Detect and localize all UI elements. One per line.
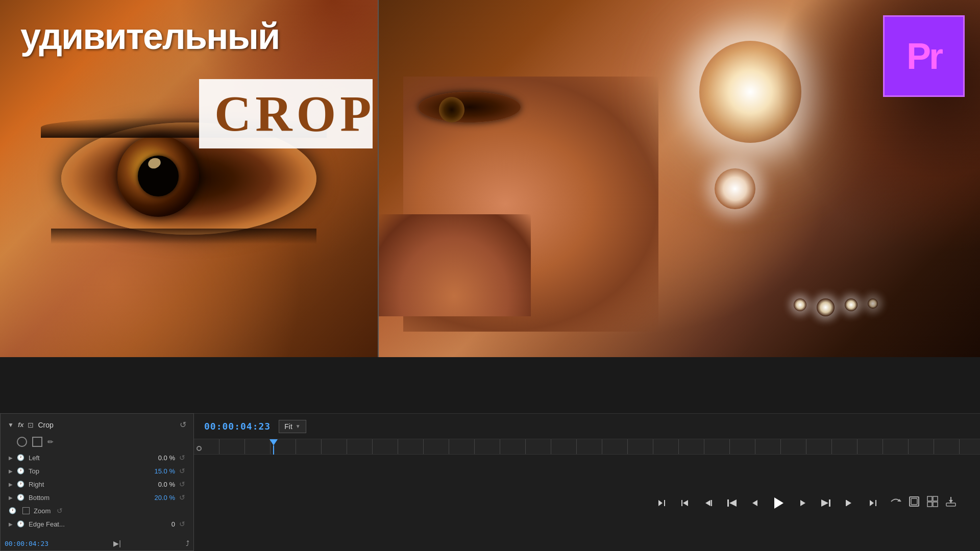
- shape-icons-row: ✏: [5, 435, 189, 449]
- step-back-button[interactable]: [701, 496, 716, 510]
- left-video-frame: удивительный CROP: [0, 0, 378, 357]
- play-button[interactable]: [772, 496, 786, 510]
- scrubber-head[interactable]: [270, 439, 278, 445]
- scrubber-track: [194, 439, 980, 454]
- frame-divider: [378, 0, 379, 357]
- top-param-label: Top: [29, 467, 142, 475]
- video-canvas: удивительный CROP: [0, 0, 980, 357]
- panel-footer: 00:00:04:23 ▶| ⤴: [5, 539, 189, 547]
- effects-panel: ▼ fx ⊡ Crop ↺ ✏ ▶ 🕐 Left 0.0 % ↺ ▶ 🕐 Top…: [0, 413, 194, 551]
- panel-title: Crop: [38, 421, 176, 429]
- top-param-value[interactable]: 15.0 %: [144, 467, 175, 475]
- panel-export-frame[interactable]: ⤴: [186, 539, 189, 547]
- center-controls: [654, 496, 880, 510]
- lower-lash: [51, 229, 316, 244]
- right-param-label: Right: [29, 481, 142, 488]
- svg-rect-22: [927, 496, 932, 501]
- svg-rect-21: [911, 498, 917, 505]
- multi-cam-button[interactable]: [927, 496, 938, 510]
- step-forward-button[interactable]: [842, 496, 856, 510]
- svg-marker-13: [821, 499, 828, 507]
- timecode-display[interactable]: 00:00:04:23: [204, 421, 271, 432]
- right-iris: [439, 97, 464, 122]
- left-clock-icon[interactable]: 🕐: [17, 454, 24, 461]
- bottom-param-reset[interactable]: ↺: [179, 493, 185, 502]
- right-expand-arrow[interactable]: ▶: [9, 482, 13, 487]
- right-param-row: ▶ 🕐 Right 0.0 % ↺: [5, 478, 189, 491]
- rect-mask-icon[interactable]: [32, 437, 42, 447]
- bottom-param-value[interactable]: 20.0 %: [144, 494, 175, 502]
- right-eye: [419, 92, 521, 122]
- forward-to-end-button[interactable]: [819, 496, 833, 510]
- bottom-lights: [794, 298, 878, 316]
- zoom-label: Zoom: [34, 507, 51, 515]
- pen-mask-icon[interactable]: ✏: [47, 438, 54, 446]
- panel-header: ▼ fx ⊡ Crop ↺: [5, 418, 189, 432]
- panel-footer-time: 00:00:04:23: [5, 540, 48, 547]
- left-param-value[interactable]: 0.0 %: [144, 454, 175, 462]
- mark-in-button[interactable]: [654, 496, 669, 510]
- premiere-pr-text: Pr: [906, 35, 941, 77]
- right-param-reset[interactable]: ↺: [179, 480, 185, 488]
- fit-dropdown-arrow: ▼: [296, 423, 301, 429]
- right-clock-icon[interactable]: 🕐: [17, 481, 24, 488]
- fit-dropdown[interactable]: Fit ▼: [279, 420, 306, 433]
- prev-edit-button[interactable]: [678, 496, 692, 510]
- top-clock-icon[interactable]: 🕐: [17, 467, 24, 474]
- svg-marker-28: [949, 500, 953, 503]
- ellipse-mask-icon[interactable]: [17, 437, 27, 447]
- panel-crop-icon: ⊡: [28, 421, 34, 429]
- zoom-checkbox[interactable]: [22, 507, 30, 514]
- svg-rect-24: [927, 502, 932, 507]
- svg-rect-23: [933, 496, 938, 501]
- safe-frame-button[interactable]: [909, 496, 920, 510]
- left-param-row: ▶ 🕐 Left 0.0 % ↺: [5, 451, 189, 464]
- panel-fx-label: fx: [18, 421, 24, 429]
- step-forward-frame-button[interactable]: [795, 496, 810, 510]
- svg-marker-7: [729, 499, 737, 507]
- panel-play-to-out[interactable]: ▶|: [113, 539, 121, 547]
- premiere-logo: Pr: [883, 15, 965, 97]
- zoom-reset[interactable]: ↺: [57, 507, 63, 515]
- svg-marker-9: [752, 500, 757, 506]
- top-param-reset[interactable]: ↺: [179, 467, 185, 475]
- preview-area: удивительный CROP: [0, 0, 980, 357]
- svg-rect-25: [933, 502, 938, 507]
- crop-overlay-box: CROP: [199, 79, 373, 148]
- loop-in-button[interactable]: [890, 496, 901, 510]
- edge-feather-reset[interactable]: ↺: [179, 520, 185, 528]
- bottom-expand-arrow[interactable]: ▶: [9, 495, 13, 500]
- bottom-clock-icon[interactable]: 🕐: [17, 494, 24, 501]
- timecode-row: 00:00:04:23 Fit ▼: [194, 414, 980, 439]
- left-expand-arrow[interactable]: ▶: [9, 455, 13, 461]
- scrubber-start-circle[interactable]: [197, 446, 202, 451]
- right-video-frame: Pr: [378, 0, 980, 357]
- scrubber-line: [273, 445, 274, 455]
- crop-text: CROP: [214, 88, 357, 139]
- mark-out-button[interactable]: [866, 496, 880, 510]
- top-expand-arrow[interactable]: ▶: [9, 468, 13, 474]
- svg-rect-26: [946, 503, 955, 506]
- panel-collapse-arrow[interactable]: ▼: [8, 421, 14, 429]
- left-param-reset[interactable]: ↺: [179, 454, 185, 462]
- edge-clock-icon[interactable]: 🕐: [17, 520, 24, 528]
- svg-marker-3: [683, 500, 688, 506]
- edge-feather-value[interactable]: 0: [172, 520, 175, 528]
- panel-reset-icon[interactable]: ↺: [180, 420, 186, 430]
- right-param-value[interactable]: 0.0 %: [144, 481, 175, 488]
- playback-controls: [194, 455, 980, 551]
- svg-marker-10: [774, 497, 783, 509]
- russian-title: удивительный: [20, 15, 279, 57]
- top-param-row: ▶ 🕐 Top 15.0 % ↺: [5, 464, 189, 478]
- rewind-to-start-button[interactable]: [725, 496, 739, 510]
- controls-bar: 00:00:04:23 Fit ▼: [194, 413, 980, 551]
- edge-expand-arrow[interactable]: ▶: [9, 521, 13, 527]
- export-frame-button[interactable]: [945, 496, 957, 510]
- svg-marker-4: [705, 500, 710, 506]
- edge-feather-row: ▶ 🕐 Edge Feat... 0 ↺: [5, 517, 189, 531]
- zoom-clock-icon[interactable]: 🕐: [9, 507, 16, 514]
- svg-marker-17: [870, 500, 874, 506]
- timeline-scrubber[interactable]: [194, 439, 980, 455]
- hand-area: [378, 214, 531, 316]
- step-back-frame-button[interactable]: [748, 496, 763, 510]
